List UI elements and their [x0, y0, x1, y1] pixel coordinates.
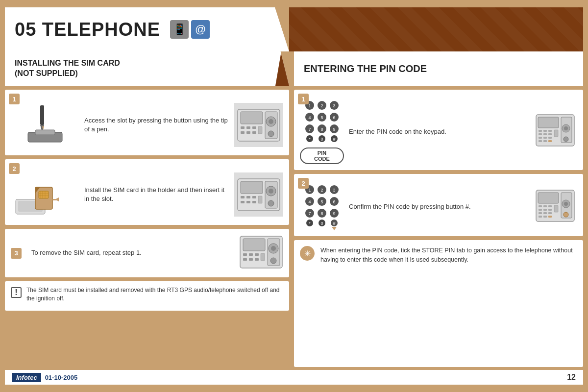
svg-text:3: 3 [333, 103, 335, 108]
svg-rect-31 [241, 181, 263, 194]
svg-text:7: 7 [308, 211, 311, 216]
step-1-illustration [11, 100, 79, 149]
radio-device-svg-r2 [536, 189, 575, 223]
svg-rect-3 [35, 130, 55, 135]
svg-point-9 [269, 119, 273, 124]
svg-text:8: 8 [320, 127, 323, 132]
svg-point-97 [564, 137, 568, 142]
svg-rect-38 [241, 201, 245, 203]
svg-rect-49 [249, 253, 253, 256]
svg-rect-127 [539, 205, 542, 207]
svg-rect-50 [255, 253, 259, 256]
svg-rect-129 [548, 205, 552, 207]
svg-point-55 [270, 258, 276, 264]
svg-text:#: # [333, 221, 335, 226]
svg-rect-86 [539, 133, 542, 135]
step-number-1: 1 [9, 94, 20, 104]
svg-rect-83 [539, 130, 542, 132]
svg-rect-39 [246, 201, 250, 203]
svg-point-140 [564, 202, 568, 206]
svg-text:2: 2 [320, 188, 323, 193]
pin-code-label: PIN CODE [300, 147, 344, 164]
svg-rect-98 [554, 130, 558, 137]
svg-rect-128 [543, 205, 547, 207]
step-2-right-text: Confirm the PIN code by pressing button … [349, 202, 531, 211]
step-3-left: 3 To remove the SIM card, repeat step 1. [5, 229, 289, 277]
svg-text:8: 8 [320, 211, 323, 216]
svg-rect-41 [258, 196, 262, 203]
svg-text:7: 7 [308, 127, 311, 132]
step-2-device [234, 172, 283, 217]
step-1-right: 1 1 2 3 [294, 90, 583, 170]
svg-rect-37 [252, 196, 256, 198]
svg-text:3: 3 [333, 188, 335, 193]
svg-text:9: 9 [333, 211, 335, 216]
svg-point-96 [564, 126, 568, 130]
page-header: 05 TELEPHONE 📱 @ [5, 7, 583, 51]
page-title: 05 TELEPHONE [15, 19, 160, 40]
svg-rect-125 [538, 193, 559, 203]
svg-rect-135 [548, 212, 552, 214]
svg-rect-132 [548, 209, 552, 211]
tip-box: ✳ When entering the PIN code, tick the S… [294, 240, 583, 367]
step-2-right: 2 1 2 3 [294, 174, 583, 236]
svg-point-34 [269, 189, 273, 194]
warning-box: ! The SIM card must be installed and rem… [5, 281, 289, 311]
keypad-area-2: 1 2 3 4 5 6 [300, 184, 344, 230]
svg-rect-88 [548, 133, 552, 135]
svg-point-47 [271, 246, 276, 251]
keypad-area-1: 1 2 3 4 5 6 [300, 99, 344, 164]
svg-text:9: 9 [333, 127, 335, 132]
email-icon: @ [191, 20, 210, 39]
svg-text:1: 1 [308, 188, 311, 193]
step-number-3: 3 [11, 248, 22, 259]
right-section-title: ENTERING THE PIN CODE [304, 63, 427, 74]
svg-point-17 [268, 131, 274, 137]
svg-point-141 [564, 212, 568, 217]
step-2-illustration [11, 170, 79, 219]
svg-text:0: 0 [320, 221, 323, 226]
warning-text: The SIM card must be installed and remov… [26, 286, 283, 303]
keypad-svg-1: 1 2 3 4 5 6 [302, 99, 342, 144]
step-2-text: Install the SIM card in the holder and t… [79, 186, 234, 203]
footer: Infotec 01-10-2005 12 [5, 370, 583, 385]
svg-rect-131 [543, 209, 547, 211]
svg-rect-92 [539, 140, 542, 142]
svg-rect-6 [241, 112, 263, 124]
right-step-number-2: 2 [298, 178, 309, 189]
svg-rect-87 [543, 133, 547, 135]
step-1-right-content: 1 2 3 4 5 6 [300, 96, 577, 164]
svg-rect-54 [261, 253, 265, 261]
svg-text:4: 4 [308, 199, 311, 204]
footer-date: 01-10-2005 [45, 374, 78, 381]
svg-text:2: 2 [320, 103, 323, 108]
svg-text:6: 6 [333, 199, 335, 204]
svg-text:0: 0 [320, 137, 323, 142]
step-1-right-device [536, 114, 577, 150]
svg-rect-130 [539, 209, 542, 211]
radio-device-svg-r1 [536, 114, 575, 148]
step-1-left: 1 [5, 90, 289, 155]
right-step-number-1: 1 [298, 94, 309, 104]
svg-rect-89 [539, 137, 542, 139]
svg-marker-123 [332, 227, 337, 230]
radio-device-svg-1 [237, 107, 281, 144]
svg-rect-11 [246, 126, 250, 129]
svg-rect-94 [548, 140, 552, 142]
step-2-left: 2 [5, 159, 289, 225]
svg-rect-13 [241, 131, 245, 134]
footer-logo: Infotec [12, 373, 41, 382]
svg-rect-0 [40, 105, 44, 125]
sim-card-svg [13, 172, 77, 217]
right-section-header: ENTERING THE PIN CODE [294, 51, 583, 86]
right-column: 1 1 2 3 [294, 90, 583, 367]
svg-rect-93 [543, 140, 547, 142]
svg-rect-14 [246, 131, 250, 134]
header-icons: 📱 @ [170, 20, 210, 39]
header-decoration [289, 7, 583, 51]
svg-rect-16 [258, 126, 262, 134]
svg-text:*: * [309, 137, 311, 142]
svg-text:1: 1 [308, 103, 311, 108]
svg-rect-137 [543, 216, 547, 218]
phone-icon: 📱 [170, 20, 189, 39]
